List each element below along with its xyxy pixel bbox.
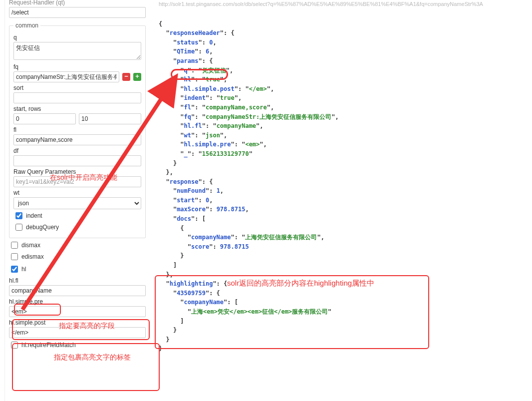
qt-input[interactable] — [9, 7, 146, 18]
hlfl-input[interactable] — [9, 285, 146, 296]
add-fq-button[interactable]: + — [133, 73, 141, 81]
debugquery-label: debugQuery — [26, 224, 59, 231]
startrows-label: start, rows — [13, 105, 141, 112]
json-hlpost: </em> — [249, 85, 267, 92]
hlrequire-label: hl.requireFieldMatch — [21, 342, 76, 349]
hl-label: hl — [21, 266, 26, 273]
fl-label: fl — [13, 126, 141, 133]
common-fieldset: common q 凭安征信 fq − + sort start, rows fl… — [9, 22, 146, 238]
hlfl-label: hl.fl — [9, 277, 146, 284]
fl-input[interactable] — [13, 134, 141, 145]
start-input[interactable] — [13, 113, 76, 124]
json-output: { "responseHeader": { "status": 0, "QTim… — [153, 10, 529, 363]
fq-label: fq — [13, 63, 141, 70]
raw-label: Raw Query Parameters — [13, 168, 141, 175]
hlpre-input[interactable] — [9, 306, 146, 317]
remove-fq-button[interactable]: − — [122, 73, 130, 81]
request-url: http://solr1.test.pingansec.com/solr/db/… — [153, 0, 529, 10]
raw-input[interactable] — [13, 176, 141, 187]
hlpre-label: hl.simple.pre — [9, 298, 146, 305]
rows-input[interactable] — [79, 113, 141, 124]
dismax-label: dismax — [21, 242, 40, 249]
q-input[interactable]: 凭安征信 — [13, 42, 141, 60]
common-legend: common — [13, 22, 40, 29]
sort-label: sort — [13, 84, 141, 91]
sort-input[interactable] — [13, 92, 141, 103]
wt-label: wt — [13, 189, 141, 196]
debugquery-checkbox[interactable] — [15, 224, 22, 231]
indent-label: indent — [26, 212, 42, 219]
edismax-checkbox[interactable] — [11, 253, 18, 260]
indent-checkbox[interactable] — [15, 212, 22, 219]
df-input[interactable] — [13, 155, 141, 166]
json-hlpre: <em> — [245, 141, 260, 148]
edismax-label: edismax — [21, 253, 44, 260]
json-hl-cn: 上海<em>凭安</em><em>征信</em>服务有限公司 — [191, 308, 328, 315]
fq-input[interactable] — [13, 71, 119, 82]
hl-checkbox[interactable] — [11, 266, 18, 273]
qt-label: Request-Handler (qt) — [9, 0, 146, 6]
q-label: q — [13, 34, 141, 41]
wt-select[interactable]: json — [13, 197, 141, 209]
dismax-checkbox[interactable] — [11, 242, 18, 249]
hlpost-input[interactable] — [9, 327, 146, 338]
hlrequire-checkbox[interactable] — [11, 342, 18, 349]
hlpost-label: hl.simple.post — [9, 319, 146, 326]
json-hlfl: companyName — [217, 122, 256, 129]
df-label: df — [13, 147, 141, 154]
